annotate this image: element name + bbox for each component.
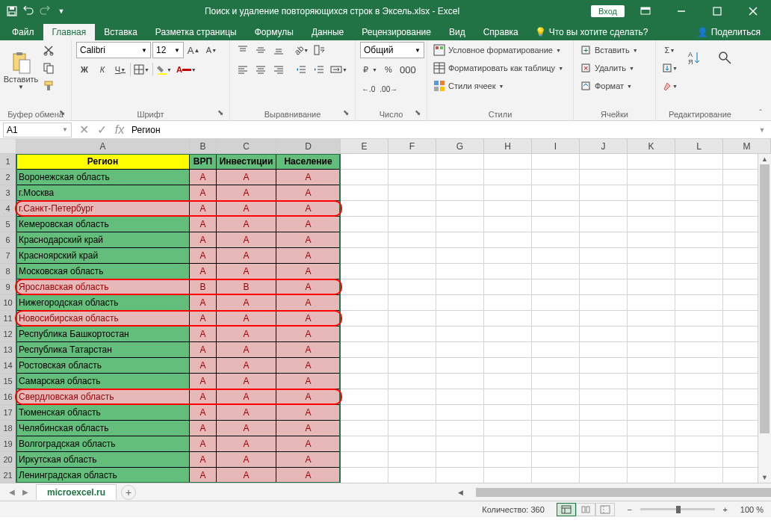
clipboard-launcher-icon[interactable]: ⬊ [59,108,69,119]
zoom-out-icon[interactable]: − [624,504,636,516]
login-button[interactable]: Вход [591,5,625,17]
cell[interactable] [484,201,532,217]
data-cell[interactable]: А [276,405,341,421]
cell[interactable] [580,389,628,405]
data-cell[interactable]: А [217,358,276,374]
percent-icon[interactable]: % [380,61,397,78]
zoom-in-icon[interactable]: + [719,504,731,516]
row-header[interactable]: 14 [0,358,16,374]
cell[interactable] [341,232,388,248]
cell[interactable] [628,405,675,421]
alignment-launcher-icon[interactable]: ⬊ [343,108,353,119]
cell[interactable] [436,217,484,232]
cell[interactable] [436,468,484,483]
cell[interactable] [532,421,580,436]
cell[interactable] [388,170,436,185]
data-cell[interactable]: А [276,327,341,342]
data-cell[interactable]: А [276,358,341,374]
cell[interactable] [388,232,436,248]
column-header[interactable]: C [217,139,276,153]
data-cell[interactable]: А [276,295,341,311]
data-cell[interactable]: А [276,342,341,358]
delete-cells-button[interactable]: ×Удалить▼ [578,60,651,76]
add-sheet-icon[interactable]: + [121,485,136,500]
data-cell[interactable]: А [190,421,217,436]
data-cell[interactable]: А [217,264,276,279]
cell[interactable] [580,452,628,468]
cell[interactable] [341,217,388,232]
cell[interactable] [675,295,723,311]
column-header[interactable]: E [341,139,388,153]
fill-color-icon[interactable]: ▼ [155,61,173,78]
orientation-icon[interactable]: ab▼ [293,42,310,58]
cell[interactable] [341,327,388,342]
column-header[interactable]: F [388,139,436,153]
autosum-icon[interactable]: Σ▼ [660,42,679,58]
align-middle-icon[interactable] [253,42,269,58]
column-header[interactable]: A [16,139,190,153]
row-header[interactable]: 16 [0,389,16,405]
row-header[interactable]: 2 [0,170,16,185]
data-cell[interactable]: А [190,374,217,389]
region-cell[interactable]: Ярославская область [16,279,190,295]
cell[interactable] [628,279,675,295]
row-header[interactable]: 19 [0,436,16,452]
data-cell[interactable]: А [190,358,217,374]
fx-icon[interactable]: fx [111,123,128,137]
row-header[interactable]: 20 [0,452,16,468]
cell[interactable] [484,185,532,201]
cell[interactable] [628,217,675,232]
save-icon[interactable] [6,5,18,17]
cell[interactable] [341,295,388,311]
cell[interactable] [388,421,436,436]
cell[interactable] [436,154,484,170]
cell[interactable] [628,311,675,327]
data-cell[interactable]: А [217,405,276,421]
cell[interactable] [484,421,532,436]
decrease-font-icon[interactable]: A▼ [203,42,220,58]
data-cell[interactable]: А [217,295,276,311]
cut-icon[interactable] [40,42,57,58]
cell[interactable] [388,154,436,170]
undo-icon[interactable] [22,5,34,17]
data-cell[interactable]: А [217,452,276,468]
cell[interactable] [436,405,484,421]
cell[interactable] [532,327,580,342]
region-cell[interactable]: Ленинградская область [16,468,190,483]
cell[interactable] [388,185,436,201]
cell[interactable] [484,374,532,389]
cell[interactable] [675,217,723,232]
data-cell[interactable]: А [276,279,341,295]
region-cell[interactable]: Воронежская область [16,170,190,185]
data-cell[interactable]: А [190,327,217,342]
data-cell[interactable]: А [217,468,276,483]
cell[interactable] [532,311,580,327]
cell[interactable] [341,170,388,185]
cell[interactable] [675,342,723,358]
data-cell[interactable]: А [217,217,276,232]
column-header[interactable]: K [628,139,675,153]
comma-icon[interactable]: 000 [398,61,418,78]
data-cell[interactable]: А [190,468,217,483]
cell[interactable] [436,232,484,248]
region-cell[interactable]: Кемеровская область [16,217,190,232]
cell[interactable] [532,248,580,264]
font-launcher-icon[interactable]: ⬊ [217,108,228,119]
cell[interactable] [628,436,675,452]
cell[interactable] [436,170,484,185]
cell[interactable] [484,264,532,279]
cell[interactable] [484,342,532,358]
column-header[interactable]: H [484,139,532,153]
row-header[interactable]: 10 [0,295,16,311]
cell[interactable] [484,405,532,421]
copy-icon[interactable] [40,60,57,76]
header-cell[interactable]: Население [276,154,341,170]
cell[interactable] [436,452,484,468]
align-bottom-icon[interactable] [270,42,287,58]
cell[interactable] [532,217,580,232]
data-cell[interactable]: А [276,170,341,185]
region-cell[interactable]: Волгоградская область [16,436,190,452]
header-cell[interactable]: Регион [16,154,190,170]
increase-indent-icon[interactable] [311,61,327,78]
cell[interactable] [388,374,436,389]
